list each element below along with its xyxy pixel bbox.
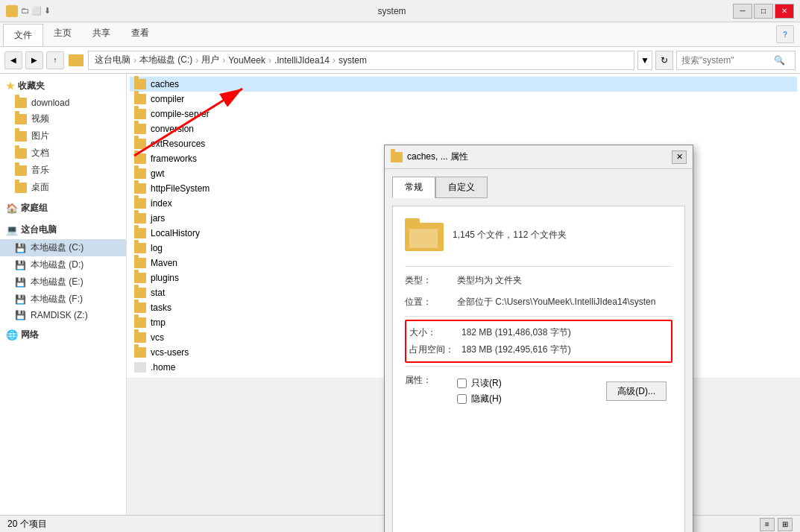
sidebar-network-header[interactable]: 🌐 网络 — [0, 326, 126, 344]
hidden-label: 隐藏(H) — [471, 393, 502, 405]
sidebar-item-label: 图片 — [31, 130, 49, 142]
sidebar-thispc-header[interactable]: 💻 这台电脑 — [0, 221, 126, 239]
folder-icon — [134, 332, 146, 343]
forward-button[interactable]: ▶ — [25, 51, 43, 69]
folder-icon — [15, 165, 27, 176]
file-icon — [134, 362, 146, 373]
help-button[interactable]: ? — [776, 25, 794, 43]
prop-row-type: 类型： 类型均为 文件夹 — [405, 270, 673, 291]
sidebar-item-c[interactable]: 💾 本地磁盘 (C:) — [0, 239, 126, 256]
sidebar-item-label: 文档 — [31, 147, 49, 159]
view-controls: ≡ ⊞ — [760, 518, 793, 531]
address-path[interactable]: 这台电脑 › 本地磁盘 (C:) › 用户 › YouMeek › .Intel… — [88, 51, 634, 70]
file-name: log — [151, 243, 163, 253]
sidebar-item-pictures[interactable]: 图片 — [0, 127, 126, 145]
sidebar-item-f[interactable]: 💾 本地磁盘 (F:) — [0, 291, 126, 308]
sidebar-item-e[interactable]: 💾 本地磁盘 (E:) — [0, 273, 126, 291]
title-bar-left: 🗀 ⬜ ⬇ — [6, 5, 51, 17]
sidebar-homegroup-header[interactable]: 🏠 家庭组 — [0, 199, 126, 218]
file-item-compiler[interactable]: compiler — [130, 92, 797, 107]
close-button[interactable]: ✕ — [775, 4, 794, 19]
sidebar-item-label: 本地磁盘 (E:) — [31, 276, 84, 288]
file-name: caches — [151, 79, 179, 89]
sidebar-item-music[interactable]: 音乐 — [0, 162, 126, 179]
sidebar-item-desktop[interactable]: 桌面 — [0, 179, 126, 196]
tab-view[interactable]: 查看 — [121, 22, 160, 46]
grid-view-button[interactable]: ⊞ — [778, 518, 793, 531]
star-icon: ★ — [6, 80, 15, 92]
homegroup-icon: 🏠 — [6, 203, 18, 214]
folder-preview: 1,145 个文件，112 个文件夹 — [405, 218, 673, 251]
path-part-4: YouMeek — [228, 55, 265, 66]
file-name: .home — [151, 362, 175, 373]
sidebar-item-label: 本地磁盘 (F:) — [31, 293, 83, 305]
folder-icon — [134, 139, 146, 149]
refresh-button[interactable]: ↻ — [655, 51, 673, 70]
prop-disksize-value: 183 MB (192,495,616 字节) — [462, 343, 668, 356]
folder-icon — [134, 198, 146, 209]
file-name: stat — [151, 288, 165, 298]
sidebar-item-z[interactable]: 💾 RAMDISK (Z:) — [0, 308, 126, 323]
tab-home[interactable]: 主页 — [43, 22, 82, 46]
folder-icon — [134, 168, 146, 179]
file-name: tasks — [151, 303, 171, 313]
address-bar: ◀ ▶ ↑ 这台电脑 › 本地磁盘 (C:) › 用户 › YouMeek › … — [0, 47, 800, 74]
checkbox-row-readonly: 只读(R) — [457, 377, 502, 390]
sidebar-item-download[interactable]: download — [0, 95, 126, 110]
folder-preview-icon — [405, 218, 444, 251]
tab-share[interactable]: 共享 — [82, 22, 121, 46]
network-icon: 🌐 — [6, 329, 18, 341]
folder-count-text: 1,145 个文件，112 个文件夹 — [453, 229, 567, 241]
tab-file[interactable]: 文件 — [3, 24, 43, 46]
search-box[interactable]: 🔍 — [676, 51, 796, 70]
folder-icon — [134, 258, 146, 268]
dialog-content: 常规 自定义 1,145 个文件，112 个文件夹 — [385, 169, 693, 532]
ribbon: 文件 主页 共享 查看 ? — [0, 22, 800, 47]
file-name: index — [151, 198, 172, 209]
main-area: ★ 收藏夹 download 视频 图片 文档 音乐 — [0, 74, 800, 515]
up-button[interactable]: ↑ — [46, 51, 64, 69]
maximize-button[interactable]: □ — [754, 4, 773, 19]
file-item-caches[interactable]: caches — [130, 77, 797, 92]
dialog-tab-custom[interactable]: 自定义 — [435, 177, 488, 198]
sidebar-item-label: download — [31, 98, 69, 108]
properties-dialog: caches, ... 属性 ✕ 常规 自定义 — [384, 145, 693, 532]
file-name: gwt — [151, 168, 165, 179]
dialog-title-bar: caches, ... 属性 ✕ — [385, 145, 693, 169]
prop-row-size: 大小： 182 MB (191,486,038 字节) — [409, 324, 668, 341]
path-part-3: 用户 — [201, 54, 219, 66]
attributes-options: 只读(R) 隐藏(H) 高级(D)... — [457, 374, 673, 408]
folder-icon — [134, 243, 146, 253]
advanced-button[interactable]: 高级(D)... — [606, 381, 667, 401]
hidden-checkbox[interactable] — [457, 394, 467, 404]
list-view-button[interactable]: ≡ — [760, 518, 775, 531]
minimize-button[interactable]: ─ — [733, 4, 752, 19]
title-bar-icons: 🗀 ⬜ ⬇ — [21, 6, 51, 16]
path-dropdown-button[interactable]: ▼ — [637, 51, 652, 70]
readonly-label: 只读(R) — [471, 377, 502, 390]
folder-icon — [134, 109, 146, 119]
prop-row-location: 位置： 全部位于 C:\Users\YouMeek\.IntelliJIdea1… — [405, 291, 673, 313]
sidebar-item-label: 视频 — [31, 113, 49, 125]
file-area: caches compiler compile-server conversio… — [127, 74, 800, 515]
file-item-compile-server[interactable]: compile-server — [130, 107, 797, 121]
prop-row-disksize: 占用空间： 183 MB (192,495,616 字节) — [409, 341, 668, 358]
dialog-tab-general[interactable]: 常规 — [392, 177, 435, 198]
readonly-checkbox[interactable] — [457, 379, 467, 388]
back-button[interactable]: ◀ — [4, 51, 22, 69]
sidebar-item-docs[interactable]: 文档 — [0, 145, 126, 162]
sidebar-network-label: 网络 — [21, 329, 39, 341]
folder-icon — [15, 183, 27, 193]
file-item-conversion[interactable]: conversion — [130, 121, 797, 136]
folder-icon — [15, 148, 27, 159]
title-bar: 🗀 ⬜ ⬇ system ─ □ ✕ — [0, 0, 800, 22]
sidebar-item-video[interactable]: 视频 — [0, 110, 126, 127]
file-name: vcs — [151, 332, 164, 343]
path-part-2: 本地磁盘 (C:) — [139, 54, 192, 66]
dialog-close-button[interactable]: ✕ — [672, 151, 687, 164]
path-part-1: 这台电脑 — [95, 54, 130, 66]
sidebar-favorites-header[interactable]: ★ 收藏夹 — [0, 77, 126, 95]
search-input[interactable] — [681, 55, 771, 66]
sidebar-item-d[interactable]: 💾 本地磁盘 (D:) — [0, 256, 126, 273]
prop-size-value: 182 MB (191,486,038 字节) — [462, 326, 668, 339]
